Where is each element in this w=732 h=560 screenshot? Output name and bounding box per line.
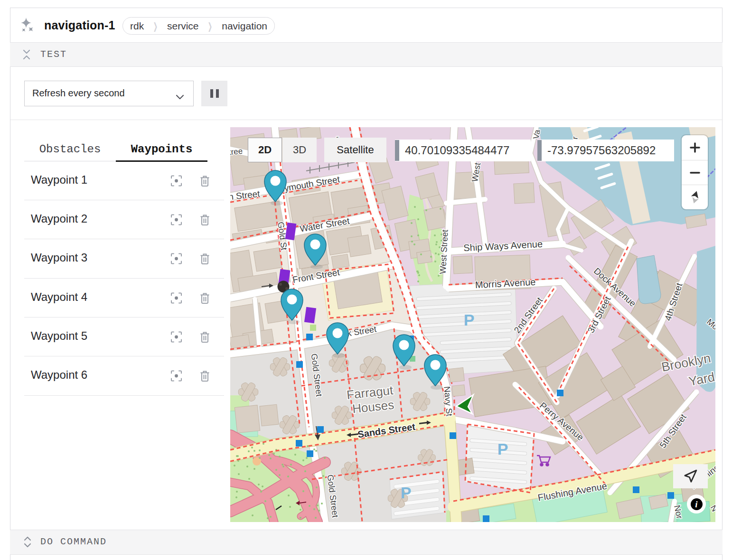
svg-text:P: P xyxy=(464,311,475,329)
svg-text:Va: Va xyxy=(532,129,542,140)
svg-text:P: P xyxy=(497,440,508,458)
svg-text:P: P xyxy=(401,484,412,502)
svg-text:tree: tree xyxy=(230,147,243,157)
